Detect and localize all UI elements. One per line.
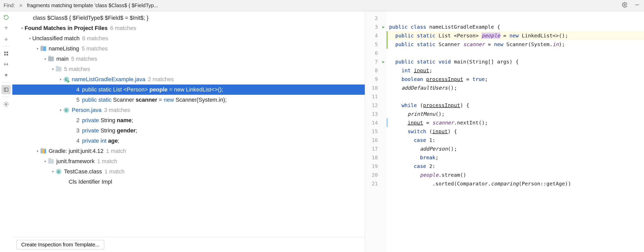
module-namelisting-row[interactable]: ▾ nameListing 5 matches xyxy=(12,44,365,54)
match-gender-row[interactable]: 3 private String gender; xyxy=(12,125,365,136)
chevron-down-icon[interactable]: ▾ xyxy=(43,57,48,61)
svg-rect-6 xyxy=(4,88,8,91)
rerun-icon[interactable] xyxy=(2,13,11,22)
svg-rect-1 xyxy=(635,5,639,5)
unclassified-row[interactable]: ▾ Unclassified match 6 matches xyxy=(12,33,365,44)
code-area[interactable]: public class nameListGradleExample { pub… xyxy=(387,11,644,252)
java-class-icon: C xyxy=(63,76,70,83)
chevron-down-icon[interactable]: ▾ xyxy=(50,67,55,71)
find-bar: Find: ✕ fragments matching template 'cla… xyxy=(0,0,644,11)
svg-rect-4 xyxy=(4,54,6,56)
collapse-all-icon[interactable] xyxy=(2,70,11,80)
find-query-text[interactable]: fragments matching template 'class $Clas… xyxy=(27,3,158,8)
expand-all-icon[interactable] xyxy=(2,60,11,69)
svg-rect-5 xyxy=(7,54,8,56)
source-folder-icon xyxy=(48,56,54,62)
editor-preview[interactable]: 23456789101112131415161718192021 ▶ ▶ pub… xyxy=(365,11,644,252)
chevron-down-icon[interactable]: ▾ xyxy=(58,77,63,81)
group-icon[interactable] xyxy=(2,49,11,58)
cls-identifier-row[interactable]: Cls Identifier Impl xyxy=(12,177,365,187)
file-person-row[interactable]: ▾ C Person.java 3 matches xyxy=(12,105,365,115)
chevron-down-icon[interactable]: ▾ xyxy=(58,108,63,112)
svg-rect-2 xyxy=(4,52,6,53)
svg-rect-3 xyxy=(7,52,8,53)
chevron-down-icon[interactable]: ▾ xyxy=(43,159,48,163)
match-scanner-row[interactable]: 5 public static Scanner scanner = new Sc… xyxy=(12,95,365,105)
footer: Create Inspection from Template... xyxy=(12,237,365,252)
down-arrow-icon[interactable] xyxy=(2,34,11,44)
package-row[interactable]: ▾ 5 matches xyxy=(12,64,365,74)
chevron-down-icon[interactable]: ▾ xyxy=(19,26,25,30)
match-people-row[interactable]: 4 public static List <Person> people = n… xyxy=(12,85,365,95)
module-icon xyxy=(40,45,47,52)
close-icon[interactable]: ✕ xyxy=(17,3,24,8)
gear-icon[interactable] xyxy=(620,2,630,9)
java-class-icon: C xyxy=(55,168,62,175)
settings-icon[interactable] xyxy=(2,100,11,109)
left-toolbar xyxy=(0,11,12,252)
file-testcase-row[interactable]: ▾ C TestCase.class 1 match xyxy=(12,166,365,177)
folder-icon xyxy=(48,158,54,165)
chevron-down-icon[interactable]: ▾ xyxy=(35,47,40,51)
folder-icon xyxy=(55,66,62,72)
up-arrow-icon[interactable] xyxy=(2,24,11,33)
gutter: 23456789101112131415161718192021 xyxy=(365,11,380,252)
folder-main-row[interactable]: ▾ main 5 matches xyxy=(12,54,365,64)
file-namelistgradle-row[interactable]: ▾ C nameListGradleExample.java 2 matches xyxy=(12,74,365,85)
minimize-icon[interactable] xyxy=(632,2,642,9)
package-junitfw-row[interactable]: ▾ junit.framework 1 match xyxy=(12,156,365,166)
run-gutter-icon[interactable]: ▶ xyxy=(380,57,387,66)
library-gradle-row[interactable]: ▾ Gradle: junit:junit:4.12 1 match xyxy=(12,146,365,156)
match-name-row[interactable]: 2 private String name; xyxy=(12,115,365,125)
results-tree: class $Class$ { $FieldType$ $Field$ = $I… xyxy=(12,11,365,252)
run-gutter-icon[interactable]: ▶ xyxy=(380,23,387,31)
found-matches-row[interactable]: ▾ Found Matches in Project Files 6 match… xyxy=(12,23,365,33)
query-row[interactable]: class $Class$ { $FieldType$ $Field$ = $I… xyxy=(12,13,365,23)
svg-point-8 xyxy=(5,103,7,105)
library-icon xyxy=(40,148,47,154)
create-inspection-button[interactable]: Create Inspection from Template... xyxy=(16,240,104,249)
preview-toggle-icon[interactable] xyxy=(2,85,11,94)
chevron-down-icon[interactable]: ▾ xyxy=(50,170,55,174)
java-class-icon: C xyxy=(63,107,70,113)
gutter-marks: ▶ ▶ xyxy=(380,11,387,252)
match-age-row[interactable]: 4 private int age; xyxy=(12,136,365,146)
chevron-down-icon[interactable]: ▾ xyxy=(35,149,40,153)
svg-point-0 xyxy=(624,4,626,6)
find-label: Find: xyxy=(2,3,15,8)
chevron-down-icon[interactable]: ▾ xyxy=(27,36,32,40)
